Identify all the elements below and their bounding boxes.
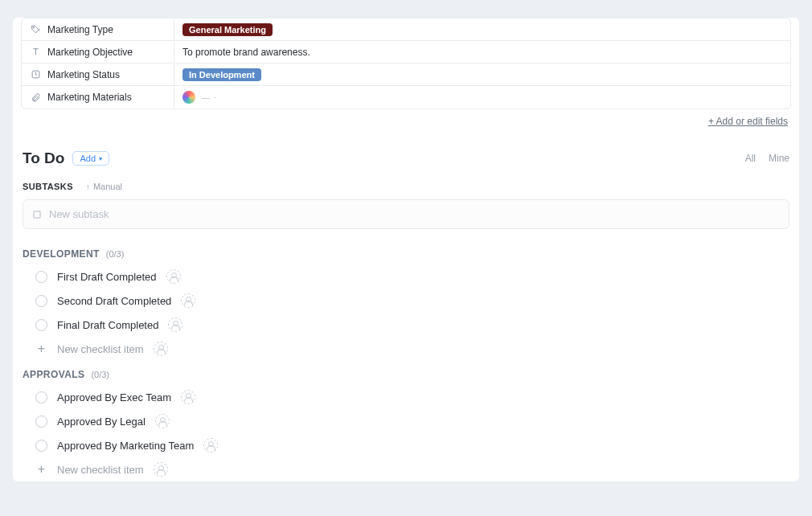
todo-title: To Do: [23, 149, 64, 167]
attachment-icon: [30, 92, 41, 103]
field-label: Marketing Status: [22, 64, 174, 85]
subtasks-sort-label: Manual: [93, 182, 122, 191]
assignee-icon[interactable]: [181, 293, 195, 308]
assignee-icon[interactable]: [154, 462, 168, 477]
checklist-item-label: Approved By Marketing Team: [57, 440, 194, 452]
sort-arrow-icon: ↑: [86, 182, 90, 191]
checklist-item[interactable]: First Draft Completed: [23, 264, 789, 289]
custom-fields-table: Marketing Type General Marketing Marketi…: [21, 18, 791, 109]
svg-point-0: [33, 27, 34, 28]
checklist-header[interactable]: DEVELOPMENT (0/3): [23, 244, 789, 264]
badge-marketing-type[interactable]: General Marketing: [182, 23, 273, 36]
field-value-text: To promote brand awareness.: [182, 47, 310, 58]
checklist-toggle[interactable]: [35, 391, 47, 403]
new-subtask-input[interactable]: New subtask: [23, 199, 789, 229]
clickup-logo-icon[interactable]: [182, 91, 195, 104]
field-row-marketing-materials[interactable]: Marketing Materials — ·: [22, 86, 790, 109]
subtask-status-icon: [33, 211, 41, 219]
checklist-item[interactable]: Final Draft Completed: [23, 313, 789, 337]
checklist-item-label: Approved By Exec Team: [57, 391, 171, 403]
field-label: Marketing Type: [22, 19, 174, 40]
todo-title-group: To Do Add: [23, 149, 109, 167]
assignee-icon[interactable]: [166, 269, 181, 284]
assignee-icon[interactable]: [168, 317, 182, 332]
fields-footer: + Add or edit fields: [13, 109, 799, 135]
checklist-item-label: First Draft Completed: [57, 271, 157, 283]
subtasks-bar: SUBTASKS ↑ Manual: [13, 167, 799, 198]
field-value[interactable]: — ·: [174, 88, 790, 107]
filter-tabs: All Mine: [745, 153, 789, 164]
new-checklist-label: New checklist item: [57, 343, 144, 355]
field-row-marketing-objective[interactable]: Marketing Objective To promote brand awa…: [22, 41, 790, 63]
checklist-item[interactable]: Approved By Legal: [23, 409, 789, 433]
field-label: Marketing Materials: [22, 87, 174, 108]
checklist-toggle[interactable]: [35, 271, 47, 283]
checklist-count: (0/3): [106, 249, 125, 259]
checklist-title: APPROVALS: [23, 369, 84, 380]
checklist-toggle[interactable]: [35, 295, 47, 307]
new-checklist-item[interactable]: + New checklist item: [23, 337, 789, 361]
new-checklist-label: New checklist item: [57, 464, 144, 476]
checklist-item[interactable]: Approved By Exec Team: [23, 385, 789, 409]
todo-header: To Do Add All Mine: [23, 149, 789, 167]
field-row-marketing-status[interactable]: Marketing Status In Development: [22, 63, 790, 86]
todo-section: To Do Add All Mine: [13, 135, 799, 167]
checklist-toggle[interactable]: [35, 319, 47, 331]
add-button-label: Add: [80, 154, 96, 163]
checklist-development: DEVELOPMENT (0/3) First Draft Completed …: [13, 240, 799, 361]
attachment-placeholder: — ·: [202, 93, 217, 102]
task-panel: Marketing Type General Marketing Marketi…: [13, 18, 799, 481]
add-button[interactable]: Add: [72, 151, 109, 166]
new-subtask-placeholder: New subtask: [49, 208, 109, 220]
badge-marketing-status[interactable]: In Development: [182, 68, 261, 81]
assignee-icon[interactable]: [203, 438, 218, 453]
status-icon: [30, 69, 41, 80]
checklist-toggle[interactable]: [35, 440, 47, 452]
filter-mine[interactable]: Mine: [769, 153, 789, 164]
field-row-marketing-type[interactable]: Marketing Type General Marketing: [22, 18, 790, 41]
text-icon: [30, 47, 41, 58]
checklist-count: (0/3): [91, 370, 109, 379]
field-value[interactable]: To promote brand awareness.: [174, 43, 790, 61]
subtasks-label: SUBTASKS: [23, 182, 73, 191]
subtasks-sort[interactable]: ↑ Manual: [86, 182, 122, 191]
plus-icon: +: [35, 464, 47, 476]
filter-all[interactable]: All: [745, 153, 756, 164]
assignee-icon[interactable]: [154, 342, 168, 356]
checklist-approvals: APPROVALS (0/3) Approved By Exec Team Ap…: [13, 361, 799, 481]
field-label-text: Marketing Type: [47, 24, 113, 35]
new-checklist-item[interactable]: + New checklist item: [23, 457, 789, 481]
checklist-item[interactable]: Approved By Marketing Team: [23, 433, 789, 457]
field-label-text: Marketing Materials: [47, 92, 132, 103]
field-label-text: Marketing Status: [47, 69, 120, 80]
checklist-item-label: Second Draft Completed: [57, 295, 171, 307]
checklist-toggle[interactable]: [35, 416, 47, 428]
plus-icon: +: [35, 343, 47, 355]
tag-icon: [30, 24, 41, 35]
field-label-text: Marketing Objective: [47, 47, 133, 58]
field-label: Marketing Objective: [22, 42, 174, 63]
checklist-title: DEVELOPMENT: [23, 248, 100, 260]
add-edit-fields-link[interactable]: + Add or edit fields: [708, 116, 788, 127]
field-value[interactable]: General Marketing: [174, 20, 790, 39]
checklist-item[interactable]: Second Draft Completed: [23, 289, 789, 313]
checklist-header[interactable]: APPROVALS (0/3): [23, 364, 789, 385]
field-value[interactable]: In Development: [174, 65, 790, 84]
assignee-icon[interactable]: [181, 390, 195, 404]
assignee-icon[interactable]: [155, 414, 170, 428]
checklist-item-label: Approved By Legal: [57, 416, 146, 428]
checklist-item-label: Final Draft Completed: [57, 319, 158, 331]
